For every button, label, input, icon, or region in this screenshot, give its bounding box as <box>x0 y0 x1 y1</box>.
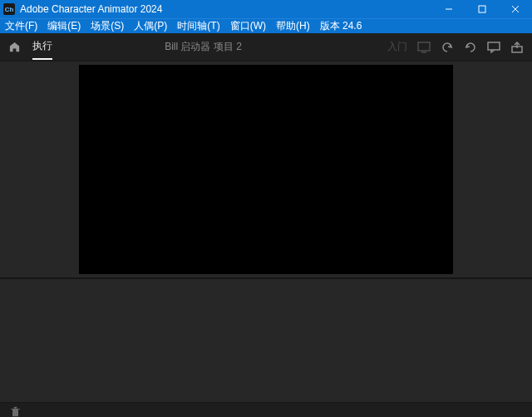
svg-rect-8 <box>12 410 18 417</box>
tab-underline <box>32 58 52 60</box>
stage-panel <box>0 61 532 277</box>
menu-help[interactable]: 帮助(H) <box>276 19 310 33</box>
menubar: 文件(F) 编辑(E) 场景(S) 人偶(P) 时间轴(T) 窗口(W) 帮助(… <box>0 18 532 33</box>
menu-file[interactable]: 文件(F) <box>5 19 37 33</box>
lower-panel <box>0 277 532 402</box>
tab-perform[interactable]: 执行 <box>32 36 52 58</box>
menu-puppet[interactable]: 人偶(P) <box>134 19 167 33</box>
minimize-button[interactable] <box>432 0 466 18</box>
redo-icon[interactable] <box>464 42 477 53</box>
app-icon-label: Ch <box>5 6 14 13</box>
window-title: Adobe Character Animator 2024 <box>20 3 162 15</box>
menu-scene[interactable]: 场景(S) <box>91 19 124 33</box>
app-icon: Ch <box>3 3 15 15</box>
menu-version: 版本 24.6 <box>320 19 362 33</box>
maximize-button[interactable] <box>466 0 499 18</box>
intro-button[interactable]: 入门 <box>387 40 407 54</box>
window-titlebar: Ch Adobe Character Animator 2024 <box>0 0 532 18</box>
trash-icon[interactable] <box>10 406 21 417</box>
feedback-icon[interactable] <box>487 42 500 53</box>
svg-rect-1 <box>479 6 485 12</box>
svg-rect-6 <box>488 42 500 50</box>
svg-rect-10 <box>14 407 17 409</box>
toolbar-right: 入门 <box>387 40 524 54</box>
stage-viewport[interactable] <box>79 65 453 274</box>
tab-label: 执行 <box>32 40 52 52</box>
undo-icon[interactable] <box>441 42 454 53</box>
bottom-bar <box>0 402 532 417</box>
screen-icon[interactable] <box>417 42 431 53</box>
app-toolbar: 执行 Bill 启动器 项目 2 入门 <box>0 33 532 61</box>
close-button[interactable] <box>499 0 532 18</box>
svg-rect-4 <box>418 42 430 51</box>
menu-edit[interactable]: 编辑(E) <box>47 19 81 33</box>
menu-timeline[interactable]: 时间轴(T) <box>177 19 219 33</box>
menu-window[interactable]: 窗口(W) <box>230 19 266 33</box>
scene-title: Bill 启动器 项目 2 <box>19 40 387 54</box>
app-body: 执行 Bill 启动器 项目 2 入门 <box>0 33 532 417</box>
share-icon[interactable] <box>510 42 524 53</box>
